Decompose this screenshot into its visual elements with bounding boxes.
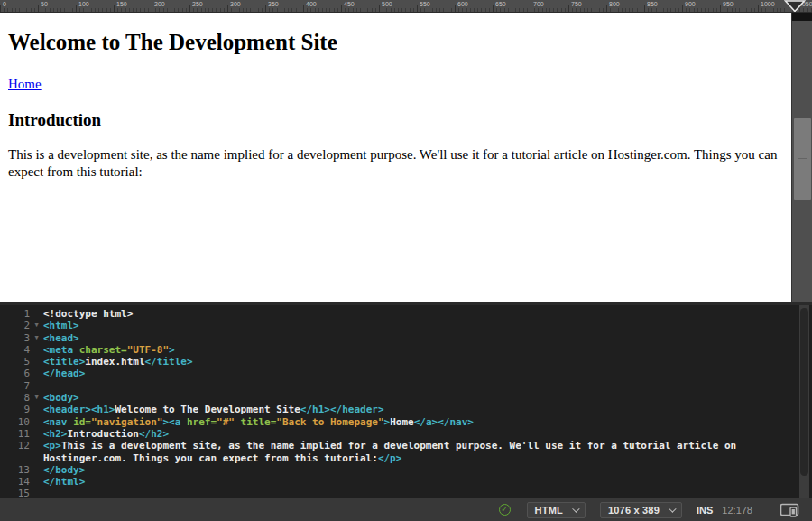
code-text[interactable]: </html> (43, 476, 798, 488)
fold-spacer (30, 464, 43, 476)
code-text[interactable] (43, 488, 798, 498)
ruler-tick-label: 650 (495, 1, 506, 8)
line-number: 4 (0, 344, 30, 356)
code-gutter: 8▼ (0, 392, 43, 404)
code-gutter: 13 (0, 464, 43, 476)
line-number: 7 (0, 380, 30, 392)
ruler-marker-icon[interactable] (784, 0, 806, 13)
design-h2[interactable]: Introduction (8, 110, 782, 130)
line-number: 11 (0, 428, 30, 440)
fold-spacer (30, 440, 43, 464)
ruler-tick-label: 200 (154, 1, 165, 8)
code-scrollbar-thumb[interactable] (800, 308, 808, 476)
design-h1[interactable]: Welcome to The Development Site (8, 30, 782, 55)
code-line[interactable]: 15 (0, 488, 798, 498)
code-text[interactable]: <head> (43, 332, 798, 344)
code-text[interactable] (43, 380, 798, 392)
ruler-tick-label: 900 (685, 1, 696, 8)
ruler-tick-label: 550 (420, 1, 430, 8)
insert-mode-indicator: INS (697, 505, 713, 516)
fold-triangle-icon[interactable]: ▼ (30, 320, 43, 331)
code-text[interactable]: <title>index.html</title> (43, 356, 798, 367)
ruler-tick-label: 600 (457, 1, 468, 8)
code-text[interactable]: <header><h1>Welcome to The Development S… (43, 404, 798, 415)
fold-spacer (30, 356, 43, 367)
code-gutter: 12 (0, 440, 43, 464)
fold-triangle-icon[interactable]: ▼ (30, 332, 43, 344)
fold-triangle-icon[interactable]: ▼ (30, 392, 43, 404)
line-number: 15 (0, 488, 30, 498)
ruler-tick-label: 400 (306, 1, 317, 8)
code-gutter: 14 (0, 476, 43, 488)
code-view[interactable]: 1<!doctype html>2▼<html>3▼<head>4<meta c… (0, 305, 812, 498)
code-line[interactable]: 3▼<head> (0, 332, 798, 344)
line-number: 14 (0, 476, 30, 488)
ruler-tick-label: 500 (382, 1, 392, 8)
code-line[interactable]: 11<h2>Introduction</h2> (0, 428, 798, 440)
code-text[interactable]: <meta charset="UTF-8"> (43, 344, 798, 356)
line-number: 12 (0, 440, 30, 464)
code-line[interactable]: 1<!doctype html> (0, 308, 798, 320)
line-number: 9 (0, 404, 30, 415)
code-text[interactable]: </body> (43, 464, 798, 476)
line-number: 10 (0, 416, 30, 428)
fold-spacer (30, 308, 43, 320)
code-text[interactable]: <h2>Introduction</h2> (43, 428, 798, 440)
language-dropdown[interactable]: HTML (527, 502, 586, 518)
code-text[interactable]: </head> (43, 367, 798, 379)
fold-spacer (30, 380, 43, 392)
code-line[interactable]: 5<title>index.html</title> (0, 356, 798, 367)
chevron-down-icon (572, 505, 579, 512)
fold-spacer (30, 476, 43, 488)
line-number: 8 (0, 392, 30, 404)
window-size-dropdown[interactable]: 1076 x 389 (600, 502, 682, 518)
ruler-tick-label: 850 (647, 1, 658, 8)
code-text[interactable]: <p>This is a development site, as the na… (43, 440, 798, 464)
code-gutter: 9 (0, 404, 43, 415)
ruler-tick-label: 150 (116, 1, 127, 8)
code-line[interactable]: 4<meta charset="UTF-8"> (0, 344, 798, 356)
design-scrollbar-thumb[interactable] (794, 118, 811, 200)
horizontal-ruler[interactable]: 0501001502002503003504004505005506006507… (0, 0, 812, 13)
code-gutter: 15 (0, 488, 43, 498)
ruler-tick-label: 300 (230, 1, 241, 8)
code-text[interactable]: <!doctype html> (43, 308, 798, 320)
code-text[interactable]: <html> (43, 320, 798, 331)
design-home-link[interactable]: Home (8, 77, 42, 92)
design-paragraph[interactable]: This is a development site, as the name … (8, 146, 782, 181)
code-line[interactable]: 6</head> (0, 367, 798, 379)
ruler-tick-label: 750 (571, 1, 582, 8)
code-gutter: 4 (0, 344, 43, 356)
cursor-position: 12:178 (722, 505, 752, 516)
code-gutter: 1 (0, 308, 43, 320)
fold-spacer (30, 404, 43, 415)
code-editor[interactable]: 1<!doctype html>2▼<html>3▼<head>4<meta c… (0, 305, 798, 498)
fold-spacer (30, 416, 43, 428)
chevron-down-icon (669, 505, 676, 512)
code-text[interactable]: <nav id="navigation"><a href="#" title="… (43, 416, 798, 428)
code-line[interactable]: 12<p>This is a development site, as the … (0, 440, 798, 464)
design-scrollbar[interactable] (791, 13, 812, 302)
code-line[interactable]: 14</html> (0, 476, 798, 488)
code-line[interactable]: 2▼<html> (0, 320, 798, 331)
device-preview-icon[interactable] (780, 503, 799, 517)
code-line[interactable]: 10<nav id="navigation"><a href="#" title… (0, 416, 798, 428)
code-text[interactable]: <body> (43, 392, 798, 404)
design-view[interactable]: Welcome to The Development Site Home Int… (0, 13, 812, 302)
line-number: 5 (0, 356, 30, 367)
window-size-label: 1076 x 389 (608, 505, 660, 516)
fold-spacer (30, 367, 43, 379)
code-gutter: 6 (0, 367, 43, 379)
code-line[interactable]: 7 (0, 380, 798, 392)
code-line[interactable]: 8▼<body> (0, 392, 798, 404)
code-line[interactable]: 13</body> (0, 464, 798, 476)
lint-ok-icon[interactable]: ✓ (499, 504, 511, 516)
code-scrollbar[interactable] (799, 305, 809, 498)
code-gutter: 2▼ (0, 320, 43, 331)
code-line[interactable]: 9<header><h1>Welcome to The Development … (0, 404, 798, 415)
dreamweaver-window: 0501001502002503003504004505005506006507… (0, 0, 812, 521)
language-label: HTML (535, 505, 563, 516)
code-gutter: 3▼ (0, 332, 43, 344)
fold-spacer (30, 344, 43, 356)
ruler-tick-label: 100 (78, 1, 89, 8)
